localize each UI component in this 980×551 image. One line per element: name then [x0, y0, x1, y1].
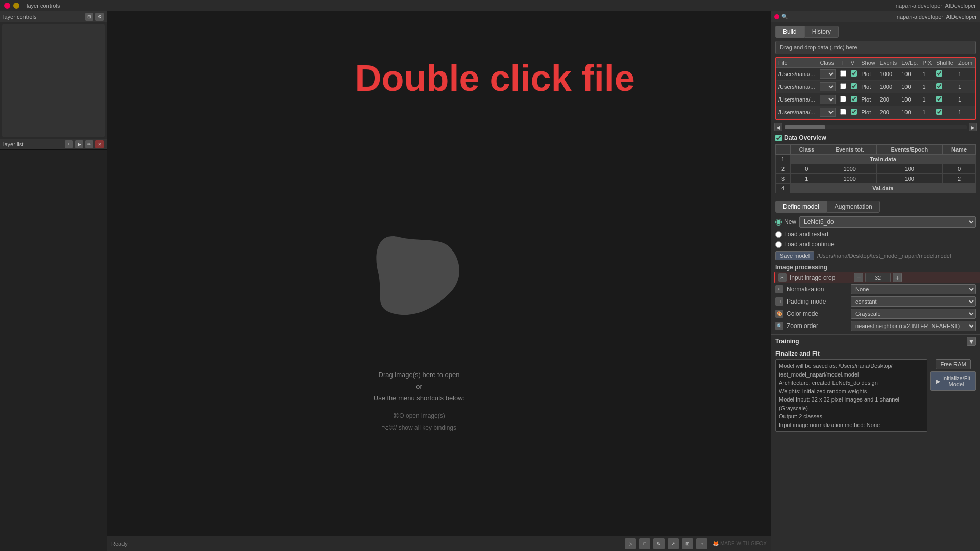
val-data-label: Val.data [790, 184, 975, 193]
layer-add-btn[interactable]: + [65, 140, 73, 148]
crop-value-input[interactable] [865, 273, 891, 282]
new-radio[interactable] [775, 219, 782, 226]
crop-minus-btn[interactable]: − [854, 273, 863, 282]
padding-mode-label: Padding mode [787, 298, 848, 305]
layer-select-btn[interactable]: ▶ [75, 140, 83, 148]
finalize-layout: Model will be saved as: /Users/nana/Desk… [775, 359, 976, 432]
load-restart-radio-label[interactable]: Load and restart [775, 231, 828, 238]
cell-evep: 100 [899, 93, 920, 106]
padding-mode-select[interactable]: constant [851, 296, 976, 307]
cell-class[interactable]: 01 [818, 81, 838, 93]
left-panel-settings-btn[interactable]: ⚙ [95, 13, 104, 21]
col-file: File [776, 58, 818, 68]
right-close-btn[interactable] [774, 14, 779, 19]
shuffle-checkbox[interactable] [936, 109, 942, 115]
right-search-btn[interactable]: 🔍 [781, 14, 788, 19]
cell-events-epoch: 100 [876, 164, 943, 174]
table-row: /Users/nana/... 01 Plot 1000 100 1 1 [776, 81, 975, 93]
tab-augmentation[interactable]: Augmentation [827, 201, 880, 213]
col-evep: Ev/Ep. [899, 58, 920, 68]
shortcut-keys: ⌥⌘/ show all key bindings [382, 424, 456, 431]
tab-build[interactable]: Build [775, 26, 804, 38]
cell-shuffle[interactable] [934, 81, 956, 93]
close-btn[interactable] [4, 3, 10, 9]
v-checkbox[interactable] [851, 96, 857, 102]
cell-name: 0 [943, 164, 976, 174]
log-line: Model Input: 32 x 32 pixel images and 1 … [779, 395, 924, 404]
color-mode-row: 🎨 Color mode Grayscale [771, 308, 980, 320]
bottom-icon-6[interactable]: ⌂ [696, 538, 707, 549]
model-select[interactable]: LeNet5_do [799, 216, 976, 228]
v-checkbox[interactable] [851, 70, 857, 77]
cell-pix: 1 [921, 106, 934, 119]
v-checkbox[interactable] [851, 109, 857, 115]
tab-define-model[interactable]: Define model [775, 201, 827, 213]
shuffle-checkbox[interactable] [936, 70, 942, 77]
file-table-scroll[interactable]: File Class T V Show Events Ev/Ep. PIX Sh… [776, 58, 975, 119]
row-num: 3 [776, 174, 791, 184]
cell-events: 200 [878, 106, 900, 119]
table-row: 2 0 1000 100 0 [776, 164, 976, 174]
right-top-bar: 🔍 napari-aideveloper: AIDeveloper [771, 11, 980, 22]
minimize-btn[interactable] [13, 3, 19, 9]
train-data-label: Train.data [790, 155, 975, 164]
load-restart-radio[interactable] [775, 231, 782, 238]
init-fit-btn[interactable]: ▶ Initialize/FitModel [930, 371, 976, 391]
cell-events-tot: 1000 [823, 164, 876, 174]
bottom-icon-4[interactable]: ↗ [668, 538, 679, 549]
bottom-icon-2[interactable]: □ [639, 538, 650, 549]
scroll-track[interactable] [785, 125, 967, 129]
crop-plus-btn[interactable]: + [893, 273, 902, 282]
tab-history[interactable]: History [804, 26, 839, 38]
cell-file: /Users/nana/... [776, 68, 818, 81]
color-mode-label: Color mode [787, 310, 848, 317]
cell-class[interactable]: 01 [818, 93, 838, 106]
cell-shuffle[interactable] [934, 93, 956, 106]
save-model-path: /Users/nana/Desktop/test_model_napari/mo… [817, 253, 976, 259]
color-mode-select[interactable]: Grayscale [851, 309, 976, 319]
cell-show: Plot [859, 68, 877, 81]
layer-list-label: layer list [3, 141, 23, 147]
t-checkbox[interactable] [840, 96, 846, 102]
build-history-tabs: Build History [771, 22, 980, 38]
v-checkbox[interactable] [851, 83, 857, 89]
drag-drop-area[interactable]: Drag and drop data (.rtdc) here [775, 41, 976, 54]
load-continue-radio-label[interactable]: Load and continue [775, 241, 835, 248]
cell-shuffle[interactable] [934, 106, 956, 119]
cell-class: 0 [790, 164, 823, 174]
load-continue-label: Load and continue [784, 241, 835, 248]
scroll-right-btn[interactable]: ▶ [969, 123, 977, 131]
t-checkbox[interactable] [840, 109, 846, 115]
new-radio-label[interactable]: New [775, 218, 796, 226]
cell-class[interactable]: 01 [818, 106, 838, 119]
t-checkbox[interactable] [840, 83, 846, 89]
bottom-icon-5[interactable]: ⊞ [682, 538, 693, 549]
free-ram-btn[interactable]: Free RAM [936, 359, 970, 369]
zoom-order-select[interactable]: nearest neighbor (cv2.INTER_NEAREST) [851, 321, 976, 331]
normalization-select[interactable]: None [851, 284, 976, 294]
bottom-icon-3[interactable]: ↻ [653, 538, 665, 549]
pad-icon: □ [775, 297, 783, 306]
blob-shape [368, 222, 470, 325]
save-model-btn[interactable]: Save model [775, 251, 814, 260]
t-checkbox[interactable] [840, 70, 846, 77]
training-expand-btn[interactable]: ▼ [967, 337, 976, 346]
status-text: Ready [111, 541, 128, 547]
finalize-right: Free RAM ▶ Initialize/FitModel [930, 359, 976, 432]
left-panel-icon-btn[interactable]: ⊞ [85, 13, 93, 21]
layer-draw-btn[interactable]: ✏ [85, 140, 93, 148]
load-continue-radio[interactable] [775, 241, 782, 248]
table-row: 3 1 1000 100 2 [776, 174, 976, 184]
shuffle-checkbox[interactable] [936, 96, 942, 102]
bottom-icon-1[interactable]: ▷ [625, 538, 636, 549]
layer-delete-btn[interactable]: ✕ [95, 140, 104, 148]
cell-class[interactable]: 01 [818, 68, 838, 81]
cell-shuffle[interactable] [934, 68, 956, 81]
zoom-order-label: Zoom order [787, 322, 848, 330]
shuffle-checkbox[interactable] [936, 83, 942, 89]
right-top-bar-user: napari-aideveloper: AIDeveloper [897, 14, 977, 20]
col-show: Show [859, 58, 877, 68]
scroll-left-btn[interactable]: ◀ [774, 123, 782, 131]
table-row: 4 Val.data [776, 184, 976, 193]
data-overview-check[interactable] [775, 135, 782, 141]
